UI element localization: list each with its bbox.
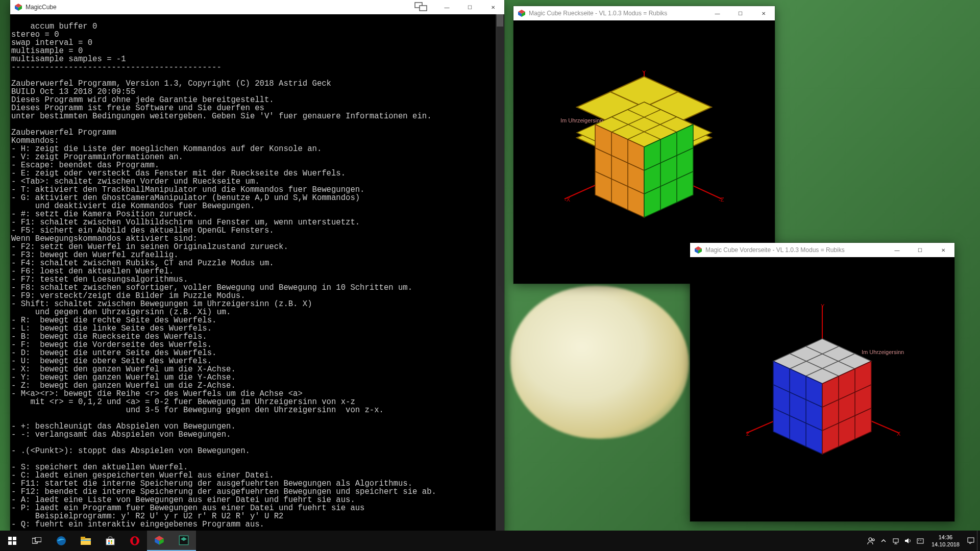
scrollbar[interactable] [496, 14, 504, 533]
maximize-button[interactable]: ☐ [909, 243, 932, 257]
start-button[interactable] [0, 531, 24, 551]
svg-rect-72 [111, 540, 112, 542]
axis-y-label: Y [821, 303, 824, 309]
axis-x-label: X [897, 431, 900, 437]
svg-rect-74 [111, 542, 112, 544]
action-center-icon[interactable] [965, 531, 977, 551]
svg-point-76 [133, 537, 137, 544]
vorder-title: Magic Cube Vorderseite - VL 1.0.3 Modus … [705, 246, 886, 254]
svg-rect-84 [893, 539, 898, 542]
task-view-button[interactable] [24, 531, 49, 551]
svg-rect-70 [106, 539, 114, 545]
volume-icon[interactable] [902, 531, 914, 551]
minimize-button[interactable]: — [886, 243, 909, 257]
svg-rect-88 [917, 539, 923, 543]
rueck-caption: Im Uhrzeigersinn [560, 117, 603, 123]
svg-rect-73 [108, 542, 110, 544]
console-titlebar[interactable]: MagicCube — ☐ ✕ [10, 0, 504, 14]
tray-chevron-icon[interactable] [877, 531, 890, 551]
console-text: accum buffer 0 stereo = 0 swap interval … [11, 22, 436, 529]
cast-icon[interactable] [414, 2, 428, 12]
svg-rect-91 [968, 538, 974, 542]
ime-icon[interactable] [914, 531, 926, 551]
taskbar-clock[interactable]: 14:36 14.10.2018 [926, 534, 965, 548]
console-title: MagicCube [26, 4, 435, 11]
vorderseite-window: Magic Cube Vorderseite - VL 1.0.3 Modus … [690, 243, 954, 521]
magiccube-gl-icon[interactable] [172, 531, 196, 551]
close-button[interactable]: ✕ [752, 6, 775, 20]
app-icon [14, 3, 22, 11]
vorder-titlebar[interactable]: Magic Cube Vorderseite - VL 1.0.3 Modus … [690, 243, 954, 257]
network-icon[interactable] [890, 531, 902, 551]
maximize-button[interactable]: ☐ [729, 6, 752, 20]
minimize-button[interactable]: — [435, 0, 458, 14]
svg-marker-87 [905, 538, 909, 543]
magiccube-app-icon[interactable] [147, 531, 172, 551]
vorder-caption: Im Uhrzeigersinn [862, 349, 904, 355]
app-icon [694, 246, 702, 254]
svg-rect-68 [81, 537, 85, 539]
svg-point-83 [872, 539, 874, 541]
axis-y-label: Y [642, 69, 646, 76]
opera-icon[interactable] [122, 531, 147, 551]
svg-rect-69 [81, 540, 91, 541]
close-button[interactable]: ✕ [481, 0, 504, 14]
svg-rect-71 [108, 540, 110, 542]
console-content[interactable]: accum buffer 0 stereo = 0 swap interval … [10, 14, 504, 533]
app-icon [518, 9, 526, 17]
clock-date: 14.10.2018 [932, 541, 960, 548]
svg-rect-65 [35, 537, 41, 542]
rueckseite-window: Magic Cube Rueckseite - VL 1.0.3 Modus =… [513, 6, 775, 284]
show-desktop-button[interactable] [977, 531, 980, 551]
svg-rect-62 [8, 541, 12, 545]
clock-time: 14:36 [932, 534, 960, 541]
vorder-scene [690, 257, 954, 521]
file-explorer-icon[interactable] [74, 531, 98, 551]
console-window: MagicCube — ☐ ✕ accum buffer 0 stereo = … [10, 0, 504, 533]
close-button[interactable]: ✕ [932, 243, 954, 257]
svg-rect-61 [13, 537, 16, 540]
axis-x-label: -X [565, 196, 570, 203]
maximize-button[interactable]: ☐ [458, 0, 481, 14]
rueck-title: Magic Cube Rueckseite - VL 1.0.3 Modus =… [529, 10, 706, 17]
svg-rect-60 [8, 537, 12, 540]
axis-z-label: -Z [719, 196, 724, 203]
svg-point-82 [869, 538, 872, 541]
rueck-titlebar[interactable]: Magic Cube Rueckseite - VL 1.0.3 Modus =… [513, 6, 775, 20]
svg-rect-63 [13, 541, 16, 545]
axis-z-label: Z [746, 431, 750, 437]
edge-browser-icon[interactable] [49, 531, 74, 551]
minimize-button[interactable]: — [706, 6, 729, 20]
scrollbar-thumb[interactable] [497, 14, 503, 27]
vorder-viewport[interactable]: Im Uhrzeigersinn Y Z X [690, 257, 954, 521]
desktop-background-flower [510, 286, 689, 439]
people-icon[interactable] [865, 531, 877, 551]
taskbar: 14:36 14.10.2018 [0, 531, 980, 551]
svg-rect-4 [420, 6, 427, 11]
store-icon[interactable] [98, 531, 122, 551]
